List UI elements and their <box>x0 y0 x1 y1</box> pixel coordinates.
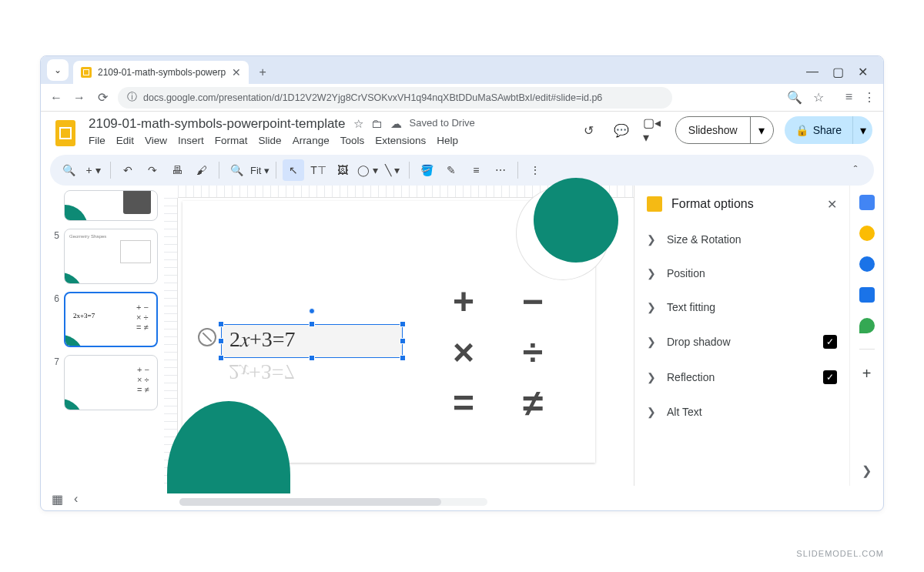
calendar-icon[interactable] <box>859 195 875 210</box>
close-window-icon[interactable]: ✕ <box>858 65 868 79</box>
slide-number <box>52 190 59 221</box>
grid-view-icon[interactable]: ▦ <box>52 492 63 507</box>
slide-content: 2𝑥+3=7 2𝑥+3=7 + − × ÷ = <box>182 201 595 463</box>
fp-reflection[interactable]: ❯ Reflection ✓ <box>634 360 849 395</box>
menu-insert[interactable]: Insert <box>178 135 204 146</box>
minus-symbol: − <box>506 278 560 324</box>
get-addons-icon[interactable]: + <box>862 365 872 383</box>
menu-extensions[interactable]: Extensions <box>375 135 426 146</box>
menu-file[interactable]: File <box>89 135 105 146</box>
share-split-button: 🔒 Share ▾ <box>785 116 872 144</box>
selected-equation-object[interactable]: 2𝑥+3=7 <box>221 324 403 358</box>
cloud-saved-icon: ☁ <box>390 117 402 131</box>
menu-view[interactable]: View <box>145 135 167 146</box>
fp-text-fitting[interactable]: ❯ Text fitting <box>634 290 849 324</box>
bottom-bar: ▦ ‹ <box>41 487 883 510</box>
paint-format-icon[interactable]: 🖌 <box>191 159 213 181</box>
maps-icon[interactable] <box>859 318 875 333</box>
browser-menu-icon[interactable]: ⋮ <box>863 90 875 105</box>
checkbox-checked-icon[interactable]: ✓ <box>823 370 837 384</box>
browser-tabbar: ⌄ 2109-01-math-symbols-powerp ✕ + — ▢ ✕ <box>41 56 883 84</box>
slides-favicon-icon <box>81 67 92 78</box>
hide-side-panel-icon[interactable]: ❯ <box>862 463 872 478</box>
slide-thumb-7[interactable]: + −× ÷= ≠ <box>64 355 158 410</box>
equation-reflection: 2𝑥+3=7 <box>229 359 295 384</box>
maximize-icon[interactable]: ▢ <box>832 65 844 79</box>
print-icon[interactable]: 🖶 <box>166 159 188 181</box>
fp-alt-text[interactable]: ❯ Alt Text <box>634 395 849 429</box>
scrollbar-thumb[interactable] <box>179 498 441 506</box>
zoom-dropdown[interactable]: Fit ▾ <box>250 165 270 176</box>
menu-help[interactable]: Help <box>437 135 458 146</box>
redo-icon[interactable]: ↷ <box>142 159 163 181</box>
site-info-icon[interactable]: ⓘ <box>127 91 137 104</box>
contacts-icon[interactable] <box>859 287 875 303</box>
tab-search-dropdown[interactable]: ⌄ <box>47 59 69 81</box>
image-icon[interactable]: 🖼 <box>332 159 353 181</box>
extensions-icon[interactable]: ≡ <box>845 90 852 105</box>
comments-icon[interactable]: 💬 <box>611 119 632 141</box>
equals-symbol: = <box>437 380 490 426</box>
decorative-circle-top <box>534 178 618 263</box>
menu-tools[interactable]: Tools <box>340 135 365 146</box>
fp-drop-shadow[interactable]: ❯ Drop shadow ✓ <box>634 324 849 360</box>
checkbox-checked-icon[interactable]: ✓ <box>823 335 837 349</box>
math-symbols-grid: + − × ÷ = ≠ <box>437 278 560 426</box>
star-icon[interactable]: ☆ <box>353 117 363 131</box>
history-icon[interactable]: ↺ <box>578 119 600 141</box>
slideshow-button[interactable]: Slideshow <box>676 117 750 143</box>
close-panel-icon[interactable]: ✕ <box>827 197 837 212</box>
new-slide-button[interactable]: + ▾ <box>82 159 104 181</box>
more-icon[interactable]: ⋮ <box>524 159 546 181</box>
share-button[interactable]: 🔒 Share <box>785 116 852 144</box>
close-tab-icon[interactable]: ✕ <box>232 66 241 79</box>
slides-logo-icon[interactable] <box>52 116 79 150</box>
watermark: SLIDEMODEL.COM <box>796 549 884 558</box>
border-weight-icon[interactable]: ≡ <box>465 159 487 181</box>
fill-color-icon[interactable]: 🪣 <box>416 159 437 181</box>
line-icon[interactable]: ╲ ▾ <box>381 159 403 181</box>
slide-thumb-6[interactable]: 2x+3=7 + −× ÷= ≠ <box>64 292 158 347</box>
shape-icon[interactable]: ◯ ▾ <box>357 159 378 181</box>
keep-icon[interactable] <box>859 226 875 241</box>
slideshow-dropdown[interactable]: ▾ <box>750 117 773 143</box>
textbox-icon[interactable]: T⊤ <box>307 159 329 181</box>
fp-position[interactable]: ❯ Position <box>634 256 849 290</box>
meet-icon[interactable]: ▢◂ ▾ <box>643 119 665 141</box>
menu-arrange[interactable]: Arrange <box>293 135 330 146</box>
slide-thumb-5[interactable]: Geometry Shapes <box>64 229 158 284</box>
select-tool-icon[interactable]: ↖ <box>283 159 304 181</box>
zoom-out-icon[interactable]: 🔍 <box>226 159 247 181</box>
hide-menus-icon[interactable]: ˆ <box>845 159 866 181</box>
menu-format[interactable]: Format <box>215 135 248 146</box>
border-dash-icon[interactable]: ⋯ <box>490 159 511 181</box>
fp-size-rotation[interactable]: ❯ Size & Rotation <box>634 222 849 256</box>
back-icon[interactable]: ← <box>49 90 64 105</box>
equation-text: 2𝑥+3=7 <box>222 325 402 355</box>
prev-slide-icon[interactable]: ‹ <box>74 492 78 506</box>
save-status: Saved to Drive <box>410 117 475 131</box>
prohibit-icon <box>198 328 216 346</box>
slide-thumb-4[interactable] <box>64 190 158 221</box>
plus-symbol: + <box>437 278 490 324</box>
bookmark-icon[interactable]: ☆ <box>813 90 824 105</box>
menu-edit[interactable]: Edit <box>116 135 134 146</box>
horizontal-scrollbar[interactable] <box>179 498 487 506</box>
zoom-icon[interactable]: 🔍 <box>787 90 802 105</box>
move-icon[interactable]: 🗀 <box>371 117 383 131</box>
border-color-icon[interactable]: ✎ <box>440 159 462 181</box>
forward-icon[interactable]: → <box>72 90 87 105</box>
slide-canvas[interactable]: 2𝑥+3=7 2𝑥+3=7 + − × ÷ = <box>164 186 634 486</box>
reload-icon[interactable]: ⟳ <box>95 90 110 105</box>
search-menus-icon[interactable]: 🔍 <box>58 159 79 181</box>
url-field[interactable]: ⓘ docs.google.com/presentation/d/1D12V2W… <box>118 87 672 109</box>
share-dropdown[interactable]: ▾ <box>852 116 872 144</box>
browser-tab[interactable]: 2109-01-math-symbols-powerp ✕ <box>73 61 249 84</box>
tasks-icon[interactable] <box>859 256 875 272</box>
minimize-icon[interactable]: — <box>806 65 819 79</box>
document-title[interactable]: 2109-01-math-symbols-powerpoint-template <box>89 116 346 132</box>
menu-slide[interactable]: Slide <box>259 135 282 146</box>
slide-number: 6 <box>52 292 59 347</box>
new-tab-button[interactable]: + <box>253 63 272 82</box>
undo-icon[interactable]: ↶ <box>117 159 139 181</box>
